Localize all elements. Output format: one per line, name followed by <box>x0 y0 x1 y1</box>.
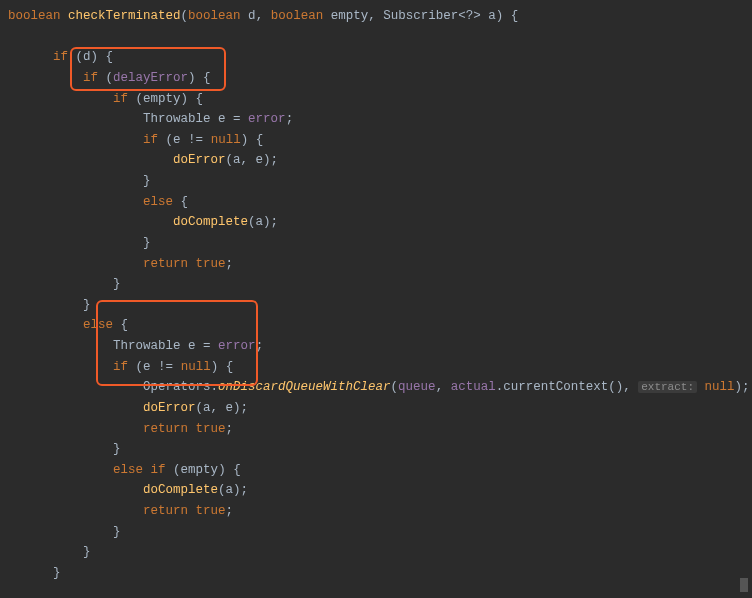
code-line: else { <box>8 315 752 336</box>
code-line: } <box>8 542 752 563</box>
code-line: return true; <box>8 501 752 522</box>
code-line: } <box>8 233 752 254</box>
code-line: return true; <box>8 419 752 440</box>
code-line: boolean checkTerminated(boolean d, boole… <box>8 6 752 27</box>
code-line: } <box>8 439 752 460</box>
method-name: checkTerminated <box>68 9 181 23</box>
code-line: if (empty) { <box>8 89 752 110</box>
code-line: Operators.onDiscardQueueWithClear(queue,… <box>8 377 752 398</box>
code-line: doError(a, e); <box>8 398 752 419</box>
code-line: else if (empty) { <box>8 460 752 481</box>
code-line: return true; <box>8 254 752 275</box>
scrollbar-thumb[interactable] <box>740 578 748 592</box>
code-line: if (e != null) { <box>8 130 752 151</box>
code-editor: boolean checkTerminated(boolean d, boole… <box>0 0 752 598</box>
code-line: doError(a, e); <box>8 150 752 171</box>
code-line: } <box>8 171 752 192</box>
code-line: } <box>8 563 752 584</box>
scrollbar-track[interactable] <box>740 0 750 598</box>
code-line: doComplete(a); <box>8 212 752 233</box>
code-line: if (e != null) { <box>8 357 752 378</box>
code-line <box>8 584 752 599</box>
code-line: Throwable e = error; <box>8 109 752 130</box>
code-line: doComplete(a); <box>8 480 752 501</box>
parameter-hint: extract: <box>638 381 697 393</box>
code-line <box>8 27 752 48</box>
code-line: else { <box>8 192 752 213</box>
code-line: Throwable e = error; <box>8 336 752 357</box>
code-line: } <box>8 295 752 316</box>
kw-boolean: boolean <box>8 9 61 23</box>
code-line: } <box>8 274 752 295</box>
code-line: } <box>8 522 752 543</box>
code-line: if (d) { <box>8 47 752 68</box>
code-line: if (delayError) { <box>8 68 752 89</box>
